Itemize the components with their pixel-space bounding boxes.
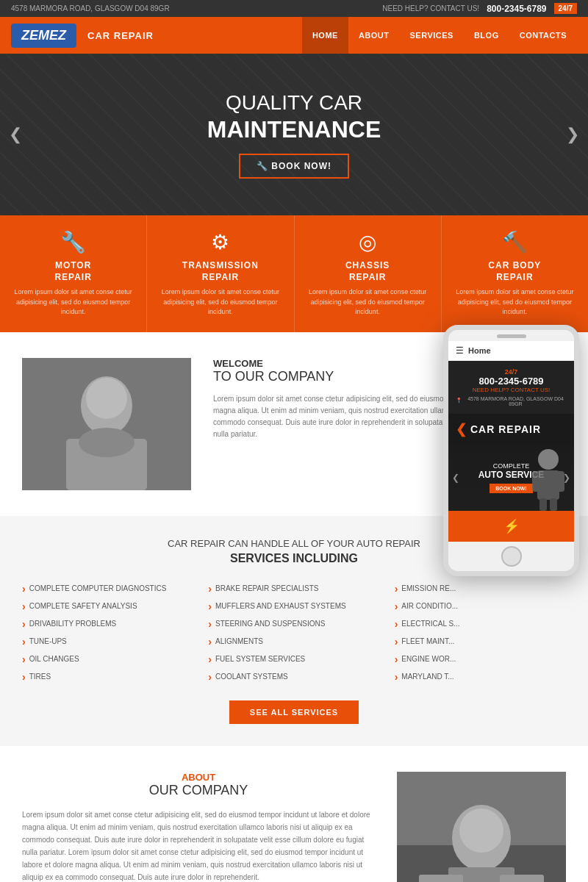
- hamburger-icon[interactable]: ☰: [456, 345, 464, 356]
- list-item: ALIGNMENTS: [208, 633, 379, 650]
- nav-about[interactable]: ABOUT: [348, 17, 400, 54]
- services-list-3: EMISSION RE... AIR CONDITIO... ELECTRICA…: [395, 580, 566, 686]
- phone-bottom-icon: ⚡: [503, 518, 520, 534]
- nav-blog[interactable]: BLOG: [464, 17, 509, 54]
- phone-chevron-icon: ❮: [456, 421, 467, 437]
- services-list-1: COMPLETE COMPUTER DIAGNOSTICS COMPLETE S…: [22, 580, 193, 686]
- hero-content: QUALITY CAR MAINTENANCE 🔧 BOOK NOW!: [207, 90, 381, 179]
- svg-point-3: [86, 378, 127, 419]
- need-help: NEED HELP? CONTACT US!: [382, 4, 479, 12]
- service-carbody[interactable]: 🔨 CAR BODYREPAIR Lorem ipsum dolor sit a…: [442, 215, 588, 332]
- list-item: DRIVABILITY PROBLEMS: [22, 615, 193, 633]
- list-item: ENGINE WOR...: [395, 650, 566, 668]
- header-title: CAR REPAIR: [87, 30, 302, 41]
- about-image: [397, 772, 566, 882]
- phone-need-help: NEED HELP? CONTACT US!: [456, 387, 567, 393]
- list-item: FUEL SYSTEM SERVICES: [208, 650, 379, 668]
- main-nav: HOME ABOUT SERVICES BLOG CONTACTS: [302, 17, 577, 54]
- svg-rect-17: [500, 875, 544, 882]
- phone-mockup-container: ☰ Home 24/7 800-2345-6789 NEED HELP? CON…: [443, 325, 579, 576]
- list-item: COMPLETE COMPUTER DIAGNOSTICS: [22, 580, 193, 598]
- svg-rect-16: [419, 875, 463, 882]
- badge-247: 24/7: [554, 3, 577, 14]
- list-item: AIR CONDITIO...: [395, 598, 566, 615]
- hero-title-line1: QUALITY CAR: [226, 91, 362, 114]
- phone-number-mockup: 800-2345-6789: [456, 376, 567, 387]
- phone-brand-bar: ❮ CAR REPAIR: [448, 414, 574, 445]
- top-bar-right: NEED HELP? CONTACT US! 800-2345-6789 24/…: [382, 3, 577, 14]
- welcome-image: [22, 358, 191, 490]
- services-row: 🔧 MOTORREPAIR Lorem ipsum dolor sit amet…: [0, 215, 588, 332]
- phone-address-row: 📍 4578 MARMORA ROAD, GLASGOW D04 89GR: [456, 395, 567, 406]
- phone-orange-bar: ⚡: [448, 511, 574, 542]
- book-now-button[interactable]: 🔧 BOOK NOW!: [239, 154, 349, 179]
- chassis-icon: ◎: [306, 230, 430, 254]
- see-all-button[interactable]: SEE ALL SERVICES: [229, 700, 359, 724]
- motor-title: MOTORREPAIR: [11, 260, 135, 283]
- top-bar: 4578 MARMORA ROAD, GLASGOW D04 89GR NEED…: [0, 0, 588, 17]
- phone-prev-arrow[interactable]: ❮: [452, 473, 459, 483]
- phone-mockup: ☰ Home 24/7 800-2345-6789 NEED HELP? CON…: [443, 325, 579, 576]
- hero-next-button[interactable]: ❯: [566, 125, 579, 144]
- services-columns: COMPLETE COMPUTER DIAGNOSTICS COMPLETE S…: [22, 580, 566, 686]
- svg-rect-7: [532, 471, 541, 492]
- about-text: ABOUT OUR COMPANY Lorem ipsum dolor sit …: [22, 772, 375, 882]
- list-item: FLEET MAINT...: [395, 633, 566, 650]
- list-item: MARYLAND T...: [395, 668, 566, 686]
- hero-prev-button[interactable]: ❮: [9, 125, 22, 144]
- about-section: ABOUT OUR COMPANY Lorem ipsum dolor sit …: [0, 746, 588, 882]
- services-col-2: BRAKE REPAIR SPECIALISTS MUFFLERS AND EX…: [208, 580, 379, 686]
- location-icon: 📍: [456, 398, 462, 404]
- phone-number: 800-2345-6789: [487, 4, 546, 14]
- phone-badge-247: 24/7: [456, 368, 567, 376]
- list-item: BRAKE REPAIR SPECIALISTS: [208, 580, 379, 598]
- motor-desc: Lorem ipsum dolor sit amet conse ctetur …: [11, 287, 135, 318]
- nav-contacts[interactable]: CONTACTS: [509, 17, 577, 54]
- transmission-icon: ⚙: [158, 230, 282, 254]
- logo[interactable]: ZEMEZ: [11, 24, 76, 48]
- header: ZEMEZ CAR REPAIR HOME ABOUT SERVICES BLO…: [0, 17, 588, 54]
- service-motor[interactable]: 🔧 MOTORREPAIR Lorem ipsum dolor sit amet…: [0, 215, 147, 332]
- phone-nav-bar: ☰ Home: [448, 341, 574, 361]
- phone-address: 4578 MARMORA ROAD, GLASGOW D04 89GR: [465, 396, 567, 406]
- list-item: ELECTRICAL S...: [395, 615, 566, 633]
- list-item: MUFFLERS AND EXHAUST SYSTEMS: [208, 598, 379, 615]
- phone-car-repair: CAR REPAIR: [470, 423, 541, 435]
- list-item: TUNE-UPS: [22, 633, 193, 650]
- service-chassis[interactable]: ◎ CHASSISREPAIR Lorem ipsum dolor sit am…: [295, 215, 442, 332]
- phone-info-bar: 24/7 800-2345-6789 NEED HELP? CONTACT US…: [448, 361, 574, 414]
- svg-point-4: [79, 428, 135, 457]
- phone-hero-image: COMPLETE AUTO SERVICE BOOK NOW! ❮ ❯: [448, 445, 574, 511]
- about-subtitle: ABOUT: [22, 772, 375, 783]
- list-item: STEERING AND SUSPENSIONS: [208, 615, 379, 633]
- carbody-icon: 🔨: [453, 230, 577, 254]
- svg-point-15: [459, 808, 503, 853]
- svg-rect-9: [539, 498, 547, 511]
- nav-home[interactable]: HOME: [302, 17, 348, 54]
- list-item: OIL CHANGES: [22, 650, 193, 668]
- phone-home-button[interactable]: [501, 546, 522, 567]
- services-list-2: BRAKE REPAIR SPECIALISTS MUFFLERS AND EX…: [208, 580, 379, 686]
- phone-complete-text: COMPLETE: [493, 462, 530, 470]
- nav-services[interactable]: SERVICES: [399, 17, 463, 54]
- welcome-phone-section: WELCOME TO OUR COMPANY Lorem ipsum dolor…: [0, 332, 588, 516]
- phone-next-arrow[interactable]: ❯: [563, 473, 570, 483]
- about-body: Lorem ipsum dolor sit amet conse ctetur …: [22, 808, 375, 882]
- list-item: TIRES: [22, 668, 193, 686]
- address: 4578 MARMORA ROAD, GLASGOW D04 89GR: [11, 4, 170, 12]
- service-transmission[interactable]: ⚙ TRANSMISSIONREPAIR Lorem ipsum dolor s…: [147, 215, 294, 332]
- chassis-title: CHASSISREPAIR: [306, 260, 430, 283]
- phone-home-label: Home: [468, 346, 491, 355]
- hero-title: QUALITY CAR MAINTENANCE: [207, 90, 381, 143]
- list-item: EMISSION RE...: [395, 580, 566, 598]
- svg-point-5: [538, 449, 559, 470]
- svg-rect-10: [550, 498, 557, 511]
- hero-title-line2: MAINTENANCE: [207, 115, 381, 143]
- services-col-3: EMISSION RE... AIR CONDITIO... ELECTRICA…: [395, 580, 566, 686]
- carbody-title: CAR BODYREPAIR: [453, 260, 577, 283]
- services-col-1: COMPLETE COMPUTER DIAGNOSTICS COMPLETE S…: [22, 580, 193, 686]
- hero-section: QUALITY CAR MAINTENANCE 🔧 BOOK NOW! ❮ ❯: [0, 54, 588, 215]
- phone-speaker: [448, 330, 574, 341]
- list-item: COOLANT SYSTEMS: [208, 668, 379, 686]
- motor-icon: 🔧: [11, 230, 135, 254]
